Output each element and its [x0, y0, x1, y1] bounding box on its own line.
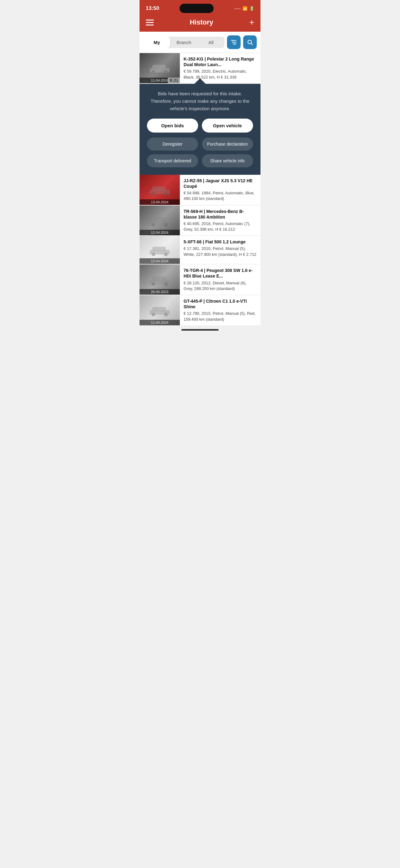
- tab-all[interactable]: All: [198, 37, 225, 48]
- svg-point-42: [153, 314, 155, 316]
- vehicle-item[interactable]: 26-06-2023 76-TGR-4 | Peugeot 308 SW 1.6…: [139, 265, 261, 294]
- vehicle-thumbnail: 26-06-2023: [139, 265, 180, 294]
- wifi-icon: ◦◦◦◦: [234, 6, 241, 11]
- home-indicator: [139, 326, 261, 333]
- wifi-symbol: 📶: [242, 6, 247, 11]
- add-button[interactable]: +: [249, 18, 254, 27]
- dropdown-message: Bids have been requested for this intake…: [147, 90, 253, 113]
- tab-my[interactable]: My: [143, 37, 170, 48]
- vehicle-row: 12-04-2024 TR-569-H | Mercedes-Benz B-kl…: [139, 206, 261, 236]
- share-vehicle-info-button[interactable]: Share vehicle info: [202, 154, 253, 167]
- search-icon: [247, 39, 253, 45]
- transport-delivered-button[interactable]: Transport delivered: [147, 154, 198, 167]
- status-time: 13:50: [146, 5, 159, 11]
- tabs-container: My Branch All: [143, 37, 225, 48]
- tab-branch[interactable]: Branch: [170, 37, 197, 48]
- vehicle-date: 13-04-2024: [139, 199, 180, 205]
- vehicle-title: GT-445-P | Citroen C1 1.0 e-VTi Shine: [184, 298, 257, 310]
- search-button[interactable]: [243, 35, 257, 49]
- svg-rect-39: [152, 307, 166, 311]
- svg-rect-21: [152, 217, 166, 221]
- vehicle-row: 13-04-2024 JJ-RZ-55 | Jaguar XJS 5.3 V12…: [139, 175, 261, 205]
- hamburger-line: [146, 22, 154, 23]
- open-bids-button[interactable]: Open bids: [147, 119, 198, 132]
- svg-point-19: [165, 193, 167, 195]
- battery-icon: 🔋: [249, 6, 254, 11]
- vehicle-title: TR-569-H | Mercedes-Benz B-klasse 180 Am…: [184, 209, 257, 220]
- vehicle-title: 5-XFT-66 | Fiat 500 1.2 Lounge: [184, 239, 257, 245]
- vehicle-details: € 12.790, 2015, Petrol, Manual (5), Red,…: [184, 311, 257, 322]
- vehicle-item[interactable]: 11-04-2024 GT-445-P | Citroen C1 1.0 e-V…: [139, 295, 261, 326]
- svg-rect-15: [152, 187, 166, 191]
- car-silhouette-icon: [147, 244, 172, 256]
- svg-rect-33: [152, 276, 166, 281]
- vehicle-list: 11-04-2024 B (1) K-352-KG | Polestar 2 L…: [139, 53, 261, 326]
- svg-point-3: [232, 40, 233, 41]
- vehicle-thumbnail: 11-04-2024: [139, 295, 180, 326]
- vehicle-date: 12-04-2024: [139, 258, 180, 264]
- dynamic-island: [179, 4, 214, 13]
- vehicle-title: 76-TGR-4 | Peugeot 308 SW 1.6 e-HDi Blue…: [184, 268, 257, 279]
- dropdown-panel: Bids have been requested for this intake…: [139, 84, 261, 175]
- svg-point-37: [165, 283, 167, 285]
- vehicle-item[interactable]: 13-04-2024 JJ-RZ-55 | Jaguar XJS 5.3 V12…: [139, 175, 261, 205]
- status-bar: 13:50 ◦◦◦◦ 📶 🔋: [139, 0, 261, 16]
- svg-point-25: [165, 224, 167, 226]
- vehicle-date: 12-04-2024: [139, 230, 180, 235]
- car-silhouette-icon: [147, 183, 172, 196]
- vehicle-details: € 40.695, 2018, Petrol, Automatic (7), G…: [184, 221, 257, 232]
- svg-point-24: [153, 224, 155, 226]
- page-title: History: [190, 18, 213, 26]
- vehicle-title: JJ-RZ-55 | Jaguar XJS 5.3 V12 HE Coupé: [184, 178, 257, 189]
- svg-rect-9: [152, 65, 166, 69]
- svg-point-18: [153, 193, 155, 195]
- car-silhouette-icon: [147, 62, 172, 74]
- vehicle-date: 26-06-2023: [139, 289, 180, 294]
- hamburger-line: [146, 25, 154, 26]
- svg-point-4: [233, 41, 233, 42]
- car-silhouette-icon: [147, 214, 172, 227]
- purchase-declaration-button[interactable]: Purchase declaration: [202, 137, 253, 151]
- deregister-button[interactable]: Deregister: [147, 137, 198, 151]
- vehicle-thumbnail: 12-04-2024: [139, 236, 180, 264]
- menu-button[interactable]: [146, 20, 154, 26]
- vehicle-details: € 17.381, 2010, Petrol, Manual (5), Whit…: [184, 246, 257, 257]
- vehicle-row: 12-04-2024 5-XFT-66 | Fiat 500 1.2 Loung…: [139, 236, 261, 264]
- status-icons: ◦◦◦◦ 📶 🔋: [234, 6, 254, 11]
- tab-bar: My Branch All: [139, 32, 261, 53]
- home-bar: [181, 329, 219, 331]
- dropdown-arrow: [194, 78, 206, 84]
- vehicle-thumbnail: 13-04-2024: [139, 175, 180, 205]
- vehicle-row: 26-06-2023 76-TGR-4 | Peugeot 308 SW 1.6…: [139, 265, 261, 294]
- vehicle-info: JJ-RZ-55 | Jaguar XJS 5.3 V12 HE Coupé €…: [180, 175, 261, 205]
- vehicle-details: € 54.998, 1984, Petrol, Automatic, Blue,…: [184, 190, 257, 202]
- car-silhouette-icon: [147, 274, 172, 286]
- vehicle-title: K-352-KG | Polestar 2 Long Range Dual Mo…: [184, 56, 257, 67]
- filter-button[interactable]: [227, 35, 241, 49]
- svg-point-31: [165, 253, 167, 255]
- svg-point-12: [153, 72, 155, 73]
- svg-point-13: [165, 72, 167, 73]
- car-silhouette-icon: [147, 304, 172, 316]
- vehicle-info: 5-XFT-66 | Fiat 500 1.2 Lounge € 17.381,…: [180, 236, 261, 264]
- open-vehicle-button[interactable]: Open vehicle: [202, 119, 253, 132]
- hamburger-line: [146, 20, 154, 21]
- secondary-buttons: Deregister Purchase declaration: [147, 137, 253, 151]
- primary-buttons: Open bids Open vehicle: [147, 119, 253, 132]
- vehicle-item[interactable]: 12-04-2024 5-XFT-66 | Fiat 500 1.2 Loung…: [139, 236, 261, 264]
- header: History +: [139, 16, 261, 32]
- svg-line-7: [251, 43, 253, 45]
- vehicle-item[interactable]: 12-04-2024 TR-569-H | Mercedes-Benz B-kl…: [139, 206, 261, 236]
- svg-point-43: [165, 314, 167, 316]
- vehicle-details: € 28.120, 2012, Diesel, Manual (6), Grey…: [184, 280, 257, 291]
- vehicle-list-items: 13-04-2024 JJ-RZ-55 | Jaguar XJS 5.3 V12…: [139, 175, 261, 326]
- svg-rect-27: [152, 247, 166, 251]
- svg-point-5: [234, 43, 235, 44]
- vehicle-info: K-352-KG | Polestar 2 Long Range Dual Mo…: [180, 53, 261, 83]
- bid-badge: B (1): [168, 78, 180, 83]
- vehicle-info: GT-445-P | Citroen C1 1.0 e-VTi Shine € …: [180, 295, 261, 326]
- filter-icon: [231, 39, 237, 45]
- vehicle-thumbnail: 12-04-2024: [139, 206, 180, 236]
- svg-point-36: [153, 283, 155, 285]
- vehicle-info: 76-TGR-4 | Peugeot 308 SW 1.6 e-HDi Blue…: [180, 265, 261, 294]
